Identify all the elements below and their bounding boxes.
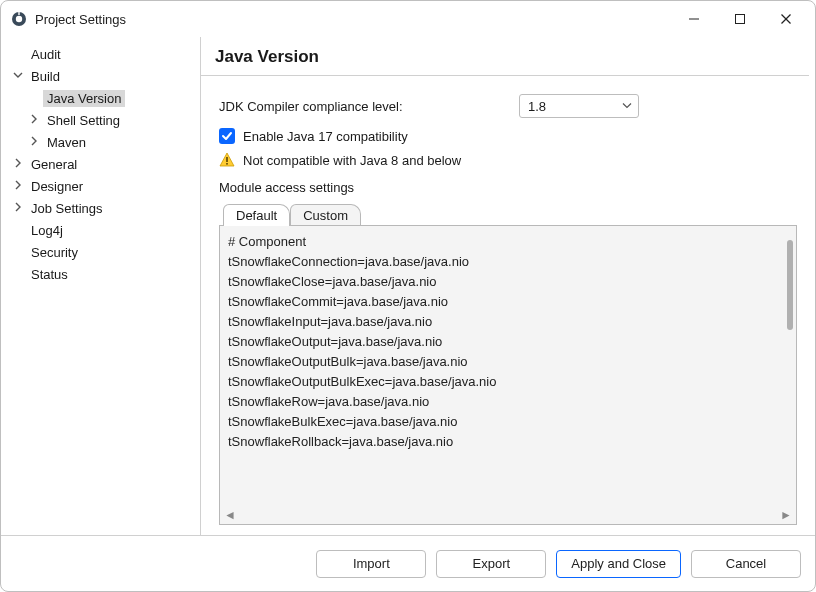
- svg-rect-2: [18, 12, 19, 15]
- tabstrip: DefaultCustom: [219, 201, 797, 225]
- chevron-right-icon[interactable]: [11, 202, 25, 214]
- titlebar: Project Settings: [1, 1, 815, 37]
- chevron-right-icon[interactable]: [11, 180, 25, 192]
- chevron-down-icon[interactable]: [11, 70, 25, 82]
- enable-java17-checkbox[interactable]: [219, 128, 235, 144]
- svg-rect-7: [226, 157, 228, 162]
- maximize-button[interactable]: [717, 4, 763, 34]
- sidebar-item-general[interactable]: General: [5, 153, 196, 175]
- chevron-down-icon: [622, 99, 632, 114]
- enable-java17-label: Enable Java 17 compatibility: [243, 129, 408, 144]
- compliance-select[interactable]: 1.8: [519, 94, 639, 118]
- sidebar-item-label: Shell Setting: [43, 112, 124, 129]
- sidebar-item-java-version[interactable]: Java Version: [5, 87, 196, 109]
- chevron-right-icon[interactable]: [27, 114, 41, 126]
- cancel-button[interactable]: Cancel: [691, 550, 801, 578]
- export-button[interactable]: Export: [436, 550, 546, 578]
- scroll-left-icon[interactable]: ◄: [224, 508, 236, 522]
- warning-text: Not compatible with Java 8 and below: [243, 153, 461, 168]
- apply-and-close-button[interactable]: Apply and Close: [556, 550, 681, 578]
- sidebar-item-label: Java Version: [43, 90, 125, 107]
- footer: Import Export Apply and Close Cancel: [1, 535, 815, 591]
- window: Project Settings AuditBuildJava VersionS…: [0, 0, 816, 592]
- sidebar-item-label: Audit: [27, 46, 65, 63]
- svg-point-1: [16, 16, 22, 22]
- svg-rect-3: [689, 19, 699, 20]
- sidebar-item-audit[interactable]: Audit: [5, 43, 196, 65]
- horizontal-scrollbar[interactable]: ◄ ►: [220, 506, 796, 524]
- svg-rect-8: [226, 163, 228, 165]
- sidebar: AuditBuildJava VersionShell SettingMaven…: [1, 37, 201, 535]
- compliance-value: 1.8: [528, 99, 546, 114]
- sidebar-item-security[interactable]: Security: [5, 241, 196, 263]
- sidebar-item-log4j[interactable]: Log4j: [5, 219, 196, 241]
- tab-custom[interactable]: Custom: [290, 204, 361, 226]
- sidebar-item-label: Maven: [43, 134, 90, 151]
- chevron-right-icon[interactable]: [27, 136, 41, 148]
- window-title: Project Settings: [35, 12, 126, 27]
- sidebar-item-job-settings[interactable]: Job Settings: [5, 197, 196, 219]
- main-panel: Java Version JDK Compiler compliance lev…: [201, 37, 815, 535]
- sidebar-item-maven[interactable]: Maven: [5, 131, 196, 153]
- app-icon: [11, 11, 27, 27]
- close-button[interactable]: [763, 4, 809, 34]
- tab-default[interactable]: Default: [223, 204, 290, 226]
- sidebar-item-label: Security: [27, 244, 82, 261]
- sidebar-item-label: Log4j: [27, 222, 67, 239]
- sidebar-item-shell-setting[interactable]: Shell Setting: [5, 109, 196, 131]
- sidebar-item-label: Build: [27, 68, 64, 85]
- sidebar-item-label: Designer: [27, 178, 87, 195]
- module-textarea-wrap: # Component tSnowflakeConnection=java.ba…: [219, 225, 797, 525]
- sidebar-item-status[interactable]: Status: [5, 263, 196, 285]
- module-textarea[interactable]: # Component tSnowflakeConnection=java.ba…: [228, 232, 776, 506]
- page-title: Java Version: [201, 37, 809, 76]
- sidebar-item-build[interactable]: Build: [5, 65, 196, 87]
- minimize-button[interactable]: [671, 4, 717, 34]
- vertical-scrollbar[interactable]: [787, 240, 793, 330]
- chevron-right-icon[interactable]: [11, 158, 25, 170]
- compliance-label: JDK Compiler compliance level:: [219, 99, 519, 114]
- sidebar-item-label: General: [27, 156, 81, 173]
- scroll-right-icon[interactable]: ►: [780, 508, 792, 522]
- sidebar-item-label: Job Settings: [27, 200, 107, 217]
- module-section-label: Module access settings: [219, 180, 797, 195]
- warning-icon: [219, 152, 235, 168]
- sidebar-item-label: Status: [27, 266, 72, 283]
- import-button[interactable]: Import: [316, 550, 426, 578]
- sidebar-item-designer[interactable]: Designer: [5, 175, 196, 197]
- svg-rect-4: [736, 15, 745, 24]
